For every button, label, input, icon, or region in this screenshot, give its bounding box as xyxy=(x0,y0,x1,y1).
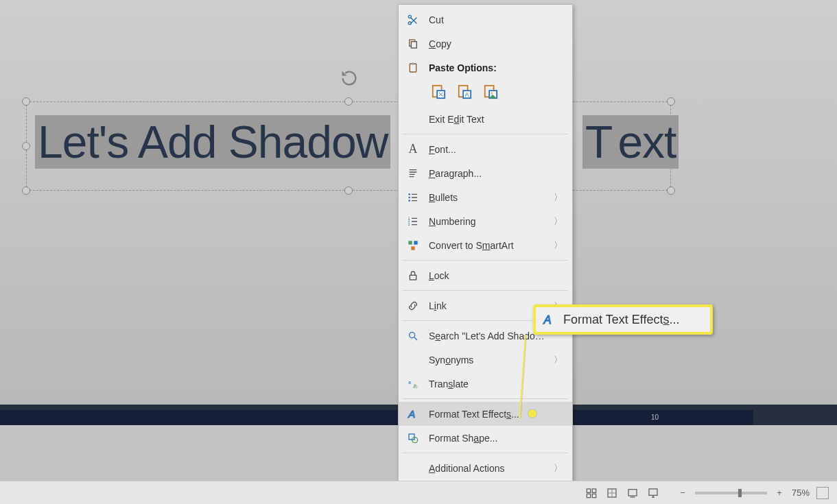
text-effects-icon: A xyxy=(541,312,556,327)
menu-lock[interactable]: Lock xyxy=(399,263,572,287)
zoom-out-button[interactable]: − xyxy=(677,488,688,498)
menu-convert-smartart[interactable]: Convert to SmartArt 〉 xyxy=(399,233,572,257)
view-sorter-icon[interactable] xyxy=(603,485,621,501)
menu-separator xyxy=(403,398,568,399)
svg-point-15 xyxy=(408,196,410,198)
search-icon xyxy=(405,328,421,344)
svg-rect-4 xyxy=(410,64,416,72)
svg-text:あ: あ xyxy=(413,383,418,389)
menu-additional-actions[interactable]: Additional Actions 〉 xyxy=(399,456,572,480)
font-icon: A xyxy=(405,142,421,157)
title-text-box[interactable]: Let's Add ShadowsToText xyxy=(26,101,671,191)
resize-handle[interactable] xyxy=(22,187,30,195)
chevron-right-icon: 〉 xyxy=(554,354,563,366)
svg-text:3: 3 xyxy=(408,223,410,226)
menu-separator xyxy=(403,290,568,291)
view-normal-icon[interactable] xyxy=(582,485,600,501)
svg-rect-3 xyxy=(411,41,416,47)
context-menu: Cut Copy Paste Options: A Exit Edit Text… xyxy=(398,4,573,504)
svg-rect-22 xyxy=(411,246,414,250)
smartart-icon xyxy=(405,238,421,253)
svg-point-24 xyxy=(410,332,415,337)
status-bar: − + 75% xyxy=(0,481,837,504)
svg-rect-21 xyxy=(414,241,417,244)
paragraph-icon xyxy=(405,166,421,181)
svg-rect-20 xyxy=(408,241,412,244)
blank-icon xyxy=(405,352,421,368)
zoom-value[interactable]: 75% xyxy=(792,488,810,498)
menu-paragraph[interactable]: Paragraph... xyxy=(399,161,572,185)
svg-point-13 xyxy=(491,92,493,94)
menu-separator xyxy=(403,453,568,453)
chevron-right-icon: 〉 xyxy=(554,239,563,252)
rotation-handle-icon[interactable] xyxy=(340,69,359,88)
menu-translate[interactable]: aあ Translate xyxy=(399,372,572,396)
format-shape-icon xyxy=(405,431,421,446)
menu-format-text-effects[interactable]: A Format Text Effects... xyxy=(399,402,572,426)
fit-to-window-icon[interactable] xyxy=(816,487,829,499)
menu-synonyms[interactable]: Synonyms 〉 xyxy=(399,348,572,372)
menu-paste-options-header: Paste Options: xyxy=(399,56,572,80)
resize-handle[interactable] xyxy=(22,97,30,106)
svg-point-14 xyxy=(408,193,410,195)
zoom-in-button[interactable]: + xyxy=(774,488,785,498)
paste-picture-icon[interactable] xyxy=(481,82,500,101)
translate-icon: aあ xyxy=(405,376,421,392)
menu-separator xyxy=(403,134,568,134)
chevron-right-icon: 〉 xyxy=(554,462,563,475)
svg-rect-5 xyxy=(412,62,414,64)
zoom-slider-thumb[interactable] xyxy=(738,489,742,497)
svg-rect-33 xyxy=(587,494,590,497)
menu-cut[interactable]: Cut xyxy=(399,8,572,32)
callout-dot xyxy=(528,409,537,418)
callout-format-text-effects: A Format Text Effects... xyxy=(533,304,713,335)
svg-text:a: a xyxy=(408,380,411,385)
chevron-right-icon: 〉 xyxy=(554,191,563,204)
menu-font[interactable]: A Font... xyxy=(399,137,572,161)
paste-icon xyxy=(405,60,421,75)
resize-handle[interactable] xyxy=(344,97,353,106)
scissors-icon xyxy=(405,12,421,27)
text-effects-icon: A xyxy=(405,407,421,422)
chevron-right-icon: 〉 xyxy=(554,215,563,228)
blank-icon xyxy=(405,112,421,127)
view-slideshow-icon[interactable] xyxy=(644,485,662,501)
svg-text:A: A xyxy=(543,313,552,326)
link-icon xyxy=(405,298,421,313)
svg-rect-23 xyxy=(410,275,416,280)
paste-options-row: A xyxy=(399,80,572,107)
menu-format-shape[interactable]: Format Shape... xyxy=(399,426,572,450)
menu-copy[interactable]: Copy xyxy=(399,32,572,56)
blank-icon xyxy=(405,461,421,476)
svg-rect-37 xyxy=(649,489,657,495)
svg-point-29 xyxy=(412,437,418,442)
svg-rect-32 xyxy=(592,489,596,492)
resize-handle[interactable] xyxy=(667,187,675,195)
bullets-icon xyxy=(405,190,421,205)
lock-icon xyxy=(405,268,421,283)
menu-bullets[interactable]: Bullets 〉 xyxy=(399,185,572,209)
svg-point-0 xyxy=(408,15,411,18)
numbering-icon: 123 xyxy=(405,214,421,229)
resize-handle[interactable] xyxy=(344,187,353,195)
menu-separator xyxy=(403,260,568,261)
slide-title[interactable]: Let's Add ShadowsToText xyxy=(35,116,679,168)
svg-rect-31 xyxy=(587,489,590,492)
svg-point-16 xyxy=(408,200,410,202)
menu-numbering[interactable]: 123 Numbering 〉 xyxy=(399,209,572,233)
paste-keep-source-icon[interactable] xyxy=(429,82,448,101)
svg-text:A: A xyxy=(408,408,415,420)
svg-text:A: A xyxy=(465,91,470,98)
zoom-slider[interactable] xyxy=(695,492,767,494)
resize-handle[interactable] xyxy=(667,97,675,106)
slide-accent-bar-inner xyxy=(0,410,753,425)
svg-rect-36 xyxy=(628,489,637,495)
svg-rect-34 xyxy=(592,494,596,497)
paste-text-only-icon[interactable]: A xyxy=(455,82,474,101)
slide-number: 10 xyxy=(651,413,659,421)
copy-icon xyxy=(405,36,421,51)
svg-point-1 xyxy=(408,21,411,24)
view-reading-icon[interactable] xyxy=(624,485,641,501)
resize-handle[interactable] xyxy=(22,142,30,150)
menu-exit-edit-text[interactable]: Exit Edit Text xyxy=(399,107,572,131)
